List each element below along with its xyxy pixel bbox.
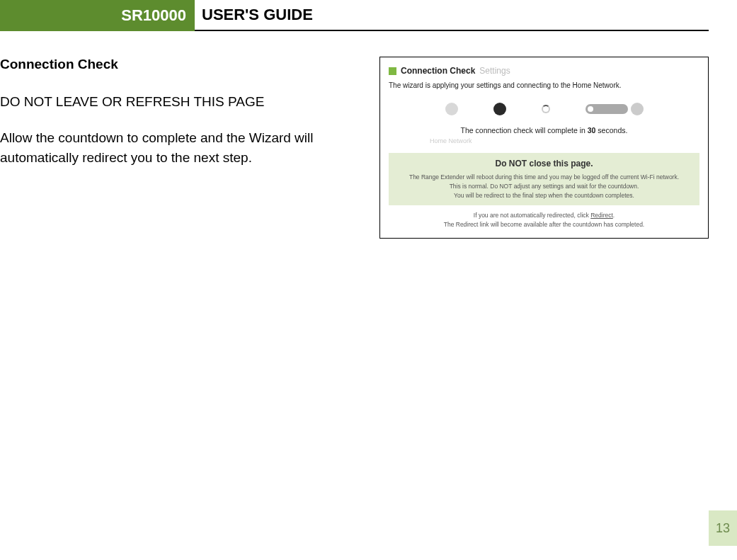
embedded-screenshot: Connection Check Settings The wizard is … [379,57,709,239]
panel-indicator-icon [389,67,396,75]
device-pill-icon [585,104,628,114]
node-icon [493,103,506,115]
extender-group [585,103,644,115]
panel-description: The wizard is applying your settings and… [389,81,699,89]
countdown-seconds: 30 [588,126,596,135]
page-content: Connection Check DO NOT LEAVE OR REFRESH… [0,57,737,239]
guide-title: USER'S GUIDE [195,0,709,31]
section-heading: Connection Check [0,57,340,72]
left-column: Connection Check DO NOT LEAVE OR REFRESH… [0,57,340,168]
notice-box: Do NOT close this page. The Range Extend… [389,153,699,205]
spinner-icon [542,105,550,113]
page-number: 13 [709,510,737,546]
product-badge: SR10000 [0,0,195,31]
page-header: SR10000 USER'S GUIDE [0,0,737,31]
redirect-note: If you are not automatically redirected,… [389,211,699,229]
body-paragraph: Allow the countdown to complete and the … [0,128,340,168]
warning-text: DO NOT LEAVE OR REFRESH THIS PAGE [0,92,340,113]
product-name: SR10000 [121,6,186,25]
connection-diagram [389,96,699,122]
countdown-text: The connection check will complete in 30… [389,126,699,135]
redirect-link[interactable]: Redirect [590,212,613,219]
panel-title-dim: Settings [479,66,510,76]
panel-title: Connection Check [401,66,475,76]
dim-label: Home Network [389,137,699,144]
notice-body: The Range Extender will reboot during th… [393,173,695,200]
panel-header: Connection Check Settings [389,66,699,76]
notice-title: Do NOT close this page. [393,159,695,168]
node-icon [631,103,644,115]
node-icon [445,103,458,115]
